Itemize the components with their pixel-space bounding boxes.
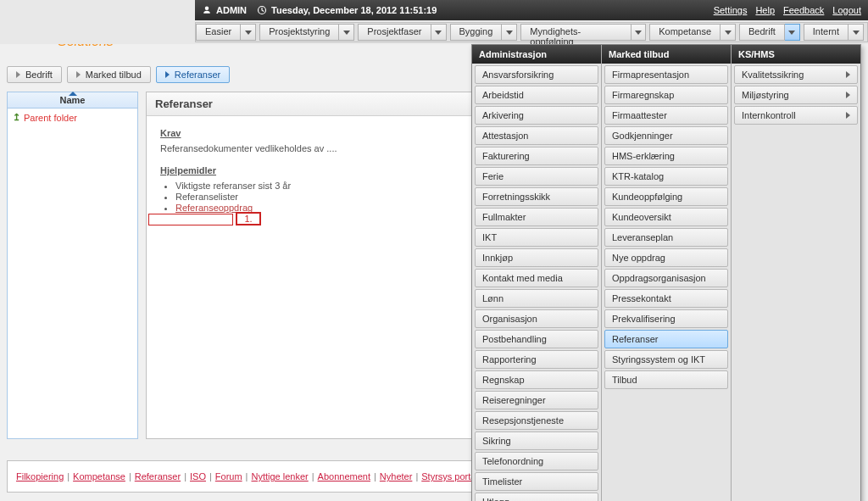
- header-link-logout[interactable]: Logout: [832, 5, 861, 15]
- mega-item-firmaregnskap[interactable]: Firmaregnskap: [604, 86, 728, 104]
- menu-dropdown-prosjektstyring[interactable]: [339, 24, 354, 41]
- mega-item-styringssystem-og-ikt[interactable]: Styringssystem og IKT: [604, 350, 728, 369]
- mega-item-label: Miljøstyring: [742, 90, 789, 100]
- menu-bedrift[interactable]: Bedrift: [739, 24, 785, 41]
- parent-folder-row[interactable]: ↥ Parent folder: [8, 109, 137, 126]
- header-link-feedback[interactable]: Feedback: [783, 5, 824, 15]
- mega-item-label: Firmaregnskap: [612, 90, 674, 100]
- mega-item-referanser[interactable]: Referanser: [604, 330, 728, 348]
- mega-item-reiseregninger[interactable]: Reiseregninger: [475, 391, 598, 409]
- menu-bygging[interactable]: Bygging: [450, 24, 503, 41]
- menu-dropdown-easier[interactable]: [241, 24, 256, 41]
- mega-item-ferie[interactable]: Ferie: [475, 167, 598, 186]
- menu-prosjektfaser[interactable]: Prosjektfaser: [358, 24, 431, 41]
- menu-dropdown-internt[interactable]: [849, 24, 864, 41]
- menu-easier[interactable]: Easier: [196, 24, 241, 41]
- chevron-down-icon: [788, 31, 795, 35]
- footer-link-kompetanse[interactable]: Kompetanse: [73, 471, 125, 482]
- annotation-underline: [148, 214, 233, 225]
- menu-kompetanse[interactable]: Kompetanse: [649, 24, 721, 41]
- chevron-right-icon: [16, 71, 20, 78]
- menu-dropdown-bedrift[interactable]: [785, 24, 800, 41]
- crumb-referanser[interactable]: Referanser: [156, 66, 230, 83]
- mega-item-telefonordning[interactable]: Telefonordning: [475, 452, 598, 470]
- mega-item-label: Lønn: [482, 293, 504, 303]
- mega-item-tilbud[interactable]: Tilbud: [604, 370, 728, 389]
- crumb-label: Referanser: [175, 70, 220, 80]
- separator: |: [209, 471, 212, 482]
- footer-link-iso[interactable]: ISO: [190, 471, 206, 482]
- mega-item-firmaattester[interactable]: Firmaattester: [604, 106, 728, 125]
- footer-link-nyttige-lenker[interactable]: Nyttige lenker: [251, 471, 308, 482]
- mega-item-firmapresentasjon[interactable]: Firmapresentasjon: [604, 65, 728, 84]
- footer-link-forum[interactable]: Forum: [215, 471, 242, 482]
- mega-item-hms-erkl-ring[interactable]: HMS-erklæring: [604, 147, 728, 165]
- mega-item-ikt[interactable]: IKT: [475, 228, 598, 247]
- mega-item-ansvarsforsikring[interactable]: Ansvarsforsikring: [475, 65, 598, 84]
- user-indicator: ADMIN: [202, 5, 247, 15]
- mega-item-organisasjon[interactable]: Organisasjon: [475, 309, 598, 328]
- header-link-settings[interactable]: Settings: [714, 5, 748, 15]
- mega-item-label: IKT: [482, 232, 497, 242]
- mega-item-pressekontakt[interactable]: Pressekontakt: [604, 289, 728, 308]
- mega-item-sikring[interactable]: Sikring: [475, 431, 598, 450]
- mega-item-ktr-katalog[interactable]: KTR-katalog: [604, 167, 728, 186]
- footer-link-nyheter[interactable]: Nyheter: [380, 471, 413, 482]
- mega-item-nye-oppdrag[interactable]: Nye oppdrag: [604, 248, 728, 267]
- mega-item-timelister[interactable]: Timelister: [475, 472, 598, 491]
- mega-item-innkj-p[interactable]: Innkjøp: [475, 248, 598, 267]
- header-link-help[interactable]: Help: [755, 5, 775, 15]
- mega-item-prekvalifisering[interactable]: Prekvalifisering: [604, 309, 728, 328]
- collapse-up-icon[interactable]: [69, 92, 77, 96]
- footer-link-filkopiering[interactable]: Filkopiering: [16, 471, 64, 482]
- user-icon: [202, 5, 212, 15]
- mega-item-kundeoversikt[interactable]: Kundeoversikt: [604, 208, 728, 226]
- menu-internt[interactable]: Internt: [804, 24, 849, 41]
- mega-item-label: Telefonordning: [482, 456, 543, 466]
- separator: |: [312, 471, 314, 482]
- mega-menu: Administrasjon AnsvarsforsikringArbeidst…: [471, 44, 861, 501]
- mega-item-label: Styringssystem og IKT: [612, 354, 705, 365]
- separator: |: [374, 471, 376, 482]
- separator: |: [246, 471, 248, 482]
- mega-item-utlegg[interactable]: Utlegg: [475, 493, 598, 501]
- mega-item-resepsjonstjeneste[interactable]: Resepsjonstjeneste: [475, 411, 598, 430]
- user-name: ADMIN: [216, 5, 247, 15]
- mega-item-oppdragsorganisasjon[interactable]: Oppdragsorganisasjon: [604, 269, 728, 287]
- tree-header-label: Name: [60, 95, 86, 105]
- mega-item-arbeidstid[interactable]: Arbeidstid: [475, 86, 598, 104]
- mega-item-arkivering[interactable]: Arkivering: [475, 106, 598, 125]
- menu-dropdown-kompetanse[interactable]: [721, 24, 736, 41]
- mega-item-leveranseplan[interactable]: Leveranseplan: [604, 228, 728, 247]
- chevron-right-icon: [846, 92, 850, 98]
- menu-dropdown-myndighets-oppfølging[interactable]: [632, 24, 647, 41]
- crumb-bedrift[interactable]: Bedrift: [7, 66, 62, 83]
- mega-item-label: KTR-katalog: [612, 171, 664, 181]
- menu-prosjektstyring[interactable]: Prosjektstyring: [259, 24, 339, 41]
- mega-item-milj-styring[interactable]: Miljøstyring: [734, 86, 858, 104]
- mega-item-internkontroll[interactable]: Internkontroll: [734, 106, 858, 125]
- mega-item-kontakt-med-media[interactable]: Kontakt med media: [475, 269, 598, 287]
- crumb-marked-tilbud[interactable]: Marked tilbud: [67, 66, 151, 83]
- mega-col-ks-hms: KS/HMS KvalitetssikringMiljøstyringInter…: [731, 45, 860, 501]
- mega-item-label: Prekvalifisering: [612, 314, 676, 324]
- mega-item-fullmakter[interactable]: Fullmakter: [475, 208, 598, 226]
- mega-item-postbehandling[interactable]: Postbehandling: [475, 330, 598, 348]
- menu-dropdown-bygging[interactable]: [502, 24, 517, 41]
- mega-item-rapportering[interactable]: Rapportering: [475, 350, 598, 369]
- mega-item-regnskap[interactable]: Regnskap: [475, 370, 598, 389]
- mega-item-kvalitetssikring[interactable]: Kvalitetssikring: [734, 65, 858, 84]
- footer-link-abonnement[interactable]: Abonnement: [318, 471, 370, 482]
- mega-item-l-nn[interactable]: Lønn: [475, 289, 598, 308]
- menu-myndighets-oppfølging[interactable]: Myndighets-oppfølging: [520, 24, 631, 41]
- mega-item-forretningsskikk[interactable]: Forretningsskikk: [475, 187, 598, 206]
- mega-item-label: Arbeidstid: [482, 90, 524, 100]
- footer-link-referanser[interactable]: Referanser: [135, 471, 181, 482]
- mega-item-godkjenninger[interactable]: Godkjenninger: [604, 126, 728, 145]
- menu-dropdown-prosjektfaser[interactable]: [431, 24, 447, 41]
- mega-item-attestasjon[interactable]: Attestasjon: [475, 126, 598, 145]
- mega-item-fakturering[interactable]: Fakturering: [475, 147, 598, 165]
- chevron-down-icon: [635, 31, 642, 35]
- mega-item-label: Reiseregninger: [482, 395, 546, 405]
- mega-item-kundeoppf-lging[interactable]: Kundeoppfølging: [604, 187, 728, 206]
